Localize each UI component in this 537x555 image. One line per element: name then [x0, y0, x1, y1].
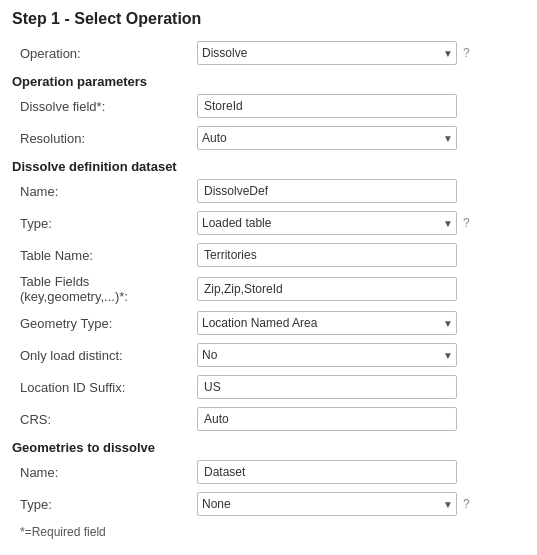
dissolve-field-label: Dissolve field*:	[12, 99, 197, 114]
table-name-input[interactable]	[197, 243, 457, 267]
operation-label: Operation:	[12, 46, 197, 61]
table-fields-input[interactable]	[197, 277, 457, 301]
location-id-suffix-label: Location ID Suffix:	[12, 380, 197, 395]
section-dissolve-def: Dissolve definition dataset	[12, 159, 525, 174]
crs-label: CRS:	[12, 412, 197, 427]
section-op-params: Operation parameters	[12, 74, 525, 89]
footer-note: *=Required field	[12, 525, 525, 539]
geo-type-select[interactable]: None	[197, 492, 457, 516]
table-name-label: Table Name:	[12, 248, 197, 263]
geo-type-help-icon[interactable]: ?	[463, 497, 470, 511]
def-name-label: Name:	[12, 184, 197, 199]
resolution-select[interactable]: Auto	[197, 126, 457, 150]
table-fields-label: Table Fields (key,geometry,...)*:	[12, 274, 197, 304]
crs-input[interactable]	[197, 407, 457, 431]
geo-name-label: Name:	[12, 465, 197, 480]
only-load-distinct-select[interactable]: No	[197, 343, 457, 367]
resolution-label: Resolution:	[12, 131, 197, 146]
def-type-label: Type:	[12, 216, 197, 231]
operation-select[interactable]: Dissolve	[197, 41, 457, 65]
def-name-input[interactable]	[197, 179, 457, 203]
geo-type-label: Type:	[12, 497, 197, 512]
section-geometries: Geometries to dissolve	[12, 440, 525, 455]
location-id-suffix-input[interactable]	[197, 375, 457, 399]
only-load-distinct-label: Only load distinct:	[12, 348, 197, 363]
geometry-type-label: Geometry Type:	[12, 316, 197, 331]
def-type-help-icon[interactable]: ?	[463, 216, 470, 230]
geometry-type-select[interactable]: Location Named Area	[197, 311, 457, 335]
operation-help-icon[interactable]: ?	[463, 46, 470, 60]
def-type-select[interactable]: Loaded table	[197, 211, 457, 235]
geo-name-input[interactable]	[197, 460, 457, 484]
page-title: Step 1 - Select Operation	[12, 10, 525, 28]
dissolve-field-input[interactable]	[197, 94, 457, 118]
